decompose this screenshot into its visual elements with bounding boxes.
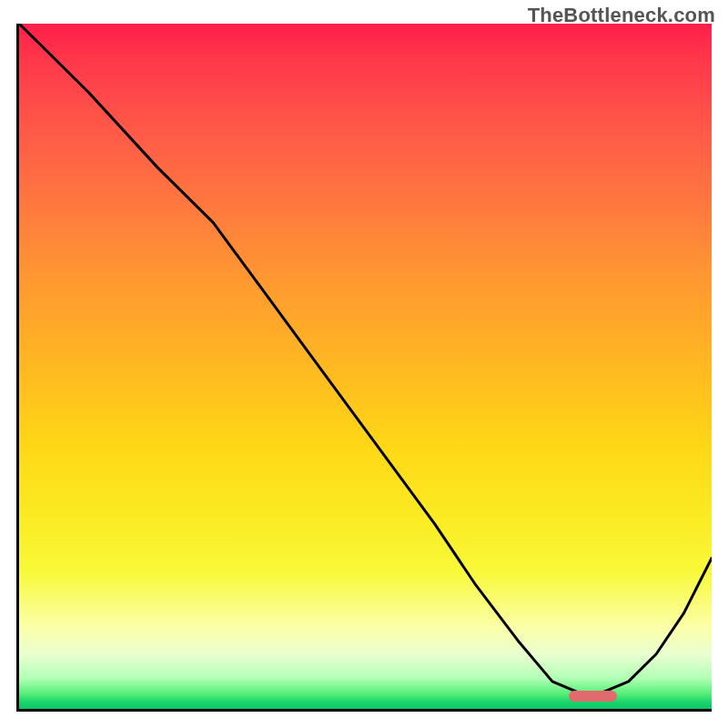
bottleneck-curve: [19, 24, 712, 709]
plot-area: [16, 24, 712, 712]
chart-container: TheBottleneck.com: [0, 0, 728, 728]
optimal-range-marker: [569, 691, 617, 702]
